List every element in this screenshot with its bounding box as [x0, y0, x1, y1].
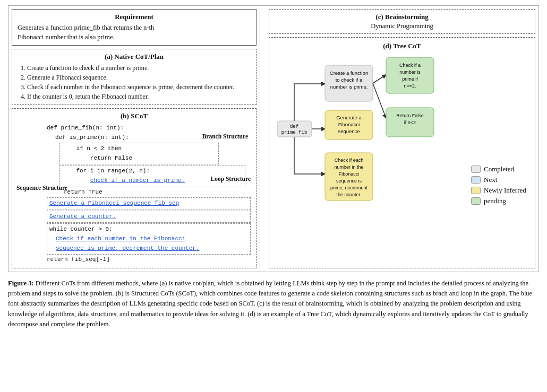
svg-line-12: [373, 75, 386, 83]
legend-pending-label: pending: [484, 197, 506, 205]
blue-text-2: Generate a Fibonacci sequence fib_seq: [49, 200, 179, 206]
native-cot-title: (a) Native CoT/Plan: [18, 53, 251, 61]
svg-text:Generate a: Generate a: [336, 115, 362, 120]
svg-text:number in the: number in the: [334, 164, 363, 170]
svg-text:to check if a: to check if a: [336, 77, 363, 83]
legend-area: Completed Next Newly Inferred: [471, 55, 529, 211]
legend-swatch-completed: [471, 165, 481, 173]
svg-text:number is prime.: number is prime.: [330, 84, 368, 90]
svg-line-13: [373, 83, 386, 118]
requirement-text: Generates a function prime_fib that retu…: [18, 23, 251, 42]
native-cot-box: (a) Native CoT/Plan Create a function to…: [12, 49, 257, 105]
caption-body: Different CoTs from different methods, w…: [8, 280, 532, 328]
brainstorming-box: (c) Brainstorming Dynamic Programming: [269, 9, 535, 34]
svg-text:Fibonacci: Fibonacci: [338, 121, 360, 127]
svg-text:prime, decrement: prime, decrement: [330, 185, 368, 190]
right-panel: (c) Brainstorming Dynamic Programming (d…: [266, 6, 539, 272]
scot-title: (b) SCoT: [18, 112, 251, 120]
figure-number: Figure 3:: [8, 280, 34, 287]
scot-content: Sequence Structure Branch Structure Loop…: [18, 124, 251, 265]
blue-text-4: Check if each number in the Fibonacci: [56, 236, 185, 242]
legend-newly-inferred-label: Newly Inferred: [484, 186, 526, 195]
legend-pending: pending: [471, 197, 529, 205]
tree-diagram-area: def prime_fib: [275, 55, 529, 211]
left-panel: Requirement Generates a function prime_f…: [8, 6, 260, 272]
svg-text:sequence is: sequence is: [336, 178, 362, 184]
svg-text:Check if a: Check if a: [399, 63, 421, 68]
figure-caption: Figure 3: Different CoTs from different …: [8, 278, 539, 330]
brainstorming-title: (c) Brainstorming: [275, 13, 529, 21]
tree-cot-box: (d) Tree CoT def prime_fib: [269, 37, 535, 268]
legend-completed: Completed: [471, 165, 529, 173]
legend-swatch-next: [471, 176, 481, 184]
tree-cot-title: (d) Tree CoT: [275, 42, 529, 50]
requirement-title: Requirement: [18, 13, 251, 21]
legend-swatch-pending: [471, 197, 481, 205]
loop-structure-label: Loop Structure: [211, 176, 251, 183]
while-loop-box: while counter > 0: Check if each number …: [47, 223, 251, 255]
step-1: Create a function to check if a number i…: [27, 63, 251, 73]
svg-text:Return False: Return False: [396, 113, 424, 118]
legend-next: Next: [471, 176, 529, 184]
seq-box-1: Generate a Fibonacci sequence fib_seq: [47, 197, 251, 210]
blue-text-5: sequence is prime, decrement the counter…: [56, 245, 200, 251]
requirement-box: Requirement Generates a function prime_f…: [12, 9, 257, 46]
svg-text:if n<2: if n<2: [404, 120, 416, 125]
blue-text-3: Generate a counter.: [49, 213, 116, 220]
svg-text:prime if: prime if: [402, 76, 418, 82]
tree-svg-area: def prime_fib: [275, 55, 471, 211]
svg-text:sequence: sequence: [338, 128, 360, 134]
native-cot-steps: Create a function to check if a number i…: [18, 63, 251, 101]
legend-completed-label: Completed: [484, 165, 514, 173]
branch-structure-label: Branch Structure: [202, 133, 248, 141]
svg-text:number is: number is: [399, 69, 421, 75]
svg-text:Create a function: Create a function: [330, 70, 368, 76]
top-section: Requirement Generates a function prime_f…: [8, 5, 539, 272]
svg-text:Check if each: Check if each: [335, 158, 364, 163]
branch-dashed-box: if n < 2 then return False: [59, 143, 219, 164]
step-2: Generate a Fibonacci sequence.: [27, 73, 251, 82]
svg-text:the counter.: the counter.: [336, 192, 361, 197]
legend-newly-inferred: Newly Inferred: [471, 186, 529, 195]
scot-box: (b) SCoT Sequence Structure Branch Struc…: [12, 108, 257, 268]
sequence-structure-label: Sequence Structure: [16, 185, 67, 192]
legend-swatch-newly-inferred: [471, 187, 481, 194]
main-container: Requirement Generates a function prime_f…: [8, 5, 539, 330]
svg-text:n>=2.: n>=2.: [404, 83, 416, 89]
tree-cot-svg: def prime_fib: [275, 55, 471, 208]
right-content: (c) Brainstorming Dynamic Programming (d…: [269, 9, 535, 268]
svg-text:Fibonacci: Fibonacci: [339, 171, 360, 177]
step-4: If the counter is 0, return the Fibonacc…: [27, 92, 251, 101]
legend-next-label: Next: [484, 176, 497, 184]
scot-code: def prime_fib(n: int): def is_prime(n: i…: [18, 124, 251, 265]
svg-text:prime_fib: prime_fib: [281, 130, 307, 135]
seq-box-2: Generate a counter.: [47, 211, 251, 223]
svg-text:def: def: [290, 124, 298, 129]
blue-text-1: check if a number is prime.: [90, 177, 185, 184]
brainstorming-subtitle: Dynamic Programming: [275, 22, 529, 30]
step-3: Check if each number in the Fibonacci se…: [27, 82, 251, 92]
